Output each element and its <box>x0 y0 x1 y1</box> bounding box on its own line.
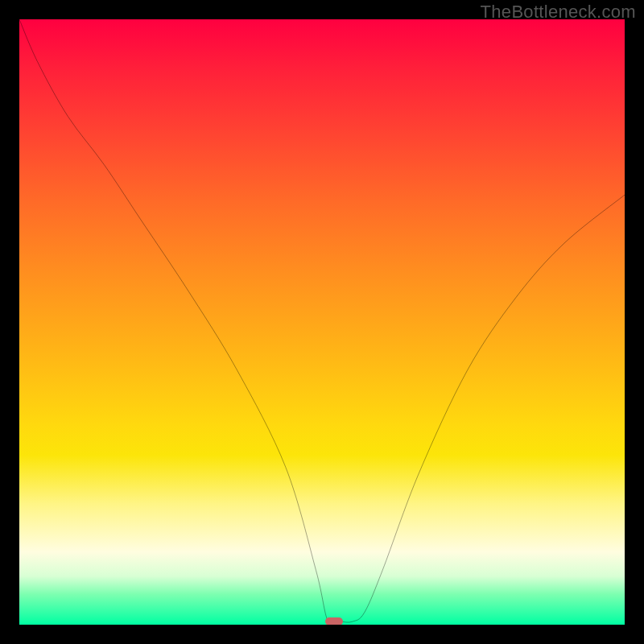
optimum-marker <box>325 617 343 625</box>
watermark-text: TheBottleneck.com <box>481 2 636 23</box>
plot-area <box>19 19 625 625</box>
chart-frame: TheBottleneck.com <box>0 0 644 644</box>
curve-path <box>19 19 625 625</box>
bottleneck-curve <box>19 19 625 625</box>
